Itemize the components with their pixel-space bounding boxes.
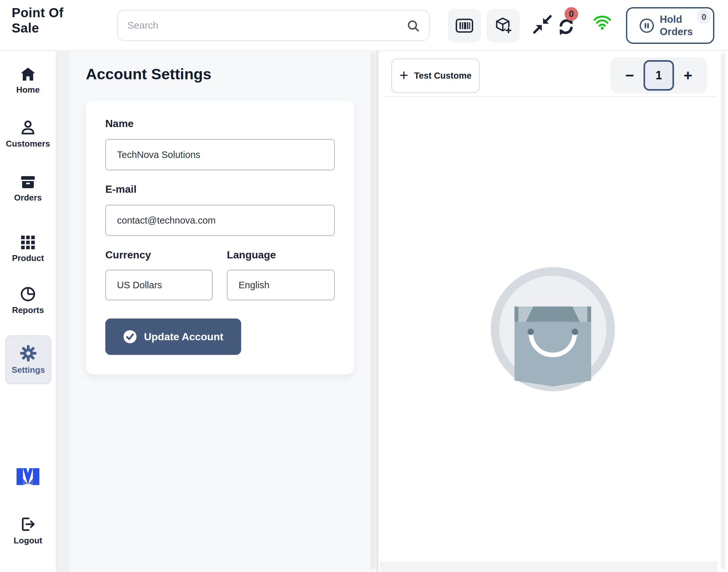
sync-badge: 0 [565, 7, 578, 21]
brand-logo [0, 467, 56, 486]
search-input[interactable] [118, 10, 429, 40]
sidebar-item-home[interactable]: Home [0, 67, 56, 95]
search-icon [406, 19, 421, 33]
add-product-button[interactable] [487, 9, 520, 42]
gear-icon [20, 345, 37, 362]
pause-circle-icon [639, 18, 655, 33]
box-add-icon [494, 17, 512, 34]
sidebar-label-product: Product [12, 253, 44, 263]
sidebar-label-settings: Settings [12, 365, 45, 375]
cart-header-divider [385, 96, 718, 97]
sidebar-item-product[interactable]: Product [0, 235, 56, 263]
currency-label: Currency [105, 249, 151, 261]
hold-orders-button[interactable]: Hold Orders 0 [626, 7, 714, 44]
collapse-fullscreen-icon[interactable] [532, 14, 553, 34]
logout-icon [20, 516, 36, 532]
settings-panel-scrollbar[interactable] [370, 53, 376, 569]
person-icon [20, 120, 36, 136]
logo-line-1: Point Of [12, 5, 90, 20]
w-brand-logo [15, 467, 41, 486]
plus-icon: + [399, 66, 408, 84]
barcode-icon [455, 17, 474, 34]
sidebar-label-home: Home [16, 85, 40, 95]
language-label: Language [227, 249, 276, 261]
wifi-icon [593, 13, 612, 30]
pos-app: Point Of Sale [0, 0, 728, 572]
hold-orders-badge: 0 [697, 10, 711, 24]
quantity-decrease-button[interactable]: − [623, 68, 636, 83]
sidebar-item-reports[interactable]: Reports [0, 286, 56, 315]
account-settings-card: Name E-mail Currency Language Update Acc… [86, 101, 354, 374]
sidebar-item-logout[interactable]: Logout [0, 516, 56, 546]
update-account-button[interactable]: Update Account [105, 318, 241, 355]
update-account-label: Update Account [144, 331, 223, 343]
quantity-value[interactable]: 1 [644, 60, 674, 91]
sidebar-label-logout: Logout [14, 535, 42, 546]
sidebar-label-reports: Reports [12, 305, 44, 315]
home-icon [20, 67, 36, 82]
barcode-scan-button[interactable] [448, 9, 481, 42]
pie-chart-icon [20, 286, 36, 302]
email-label: E-mail [105, 183, 137, 195]
quantity-increase-button[interactable]: + [681, 68, 694, 83]
currency-field[interactable] [105, 270, 213, 300]
sidebar-item-customers[interactable]: Customers [0, 120, 56, 149]
logo-line-2: Sale [12, 20, 90, 36]
add-customer-button[interactable]: + Test Custome [391, 59, 480, 93]
sidebar: Home Customers Orders [0, 51, 57, 572]
sidebar-item-settings[interactable]: Settings [5, 336, 51, 384]
page-title: Account Settings [86, 65, 211, 83]
search-bar [117, 10, 430, 41]
cart-footer-bar [380, 561, 718, 572]
shopping-bag-illustration [490, 266, 616, 392]
sidebar-label-customers: Customers [6, 139, 50, 149]
name-field[interactable] [105, 139, 335, 170]
grid-icon [20, 235, 35, 250]
app-logo: Point Of Sale [12, 5, 90, 36]
sidebar-item-orders[interactable]: Orders [0, 174, 56, 203]
sidebar-label-orders: Orders [14, 193, 42, 203]
archive-box-icon [20, 174, 36, 190]
language-field[interactable] [227, 270, 335, 300]
name-label: Name [105, 118, 134, 130]
check-circle-icon [123, 330, 137, 344]
hold-orders-label: Hold Orders [660, 13, 701, 38]
cart-panel-scrollbar[interactable] [721, 53, 725, 569]
add-customer-label: Test Custome [414, 71, 471, 81]
header: Point Of Sale [0, 0, 728, 51]
email-field[interactable] [105, 205, 335, 236]
quantity-stepper: − 1 + [610, 57, 707, 93]
